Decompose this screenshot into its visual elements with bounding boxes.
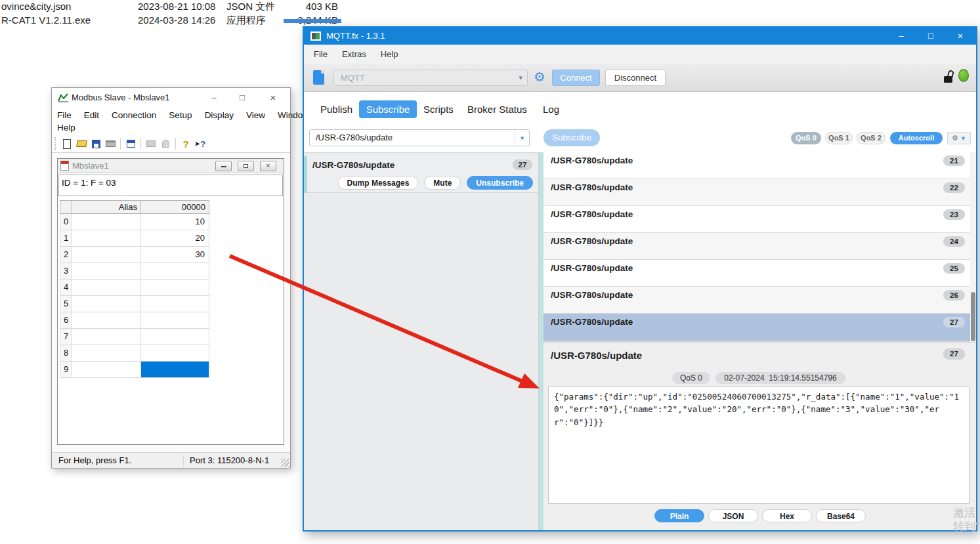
- menu-view[interactable]: View: [246, 110, 265, 120]
- menu-help[interactable]: Help: [57, 123, 75, 133]
- message-row[interactable]: /USR-G780s/update 23: [543, 206, 976, 233]
- format-json-button[interactable]: JSON: [708, 509, 758, 522]
- profile-select[interactable]: MQTT ▾: [333, 70, 528, 86]
- file-row[interactable]: ovince&city.json 2023-08-21 10:08 JSON 文…: [0, 0, 368, 12]
- mqtt-titlebar[interactable]: MQTT.fx - 1.3.1 – □ ×: [304, 28, 976, 45]
- value-cell[interactable]: [141, 329, 209, 345]
- menu-file[interactable]: File: [314, 49, 328, 59]
- help-icon[interactable]: ?: [179, 137, 192, 150]
- format-base64-button[interactable]: Base64: [816, 509, 866, 522]
- maximize-button[interactable]: □: [234, 88, 251, 108]
- menu-connection[interactable]: Connection: [112, 110, 156, 120]
- format-hex-button[interactable]: Hex: [762, 509, 812, 522]
- modbus-titlebar[interactable]: Modbus Slave - Mbslave1 – □ ×: [52, 88, 290, 108]
- connection-icon[interactable]: [159, 137, 172, 150]
- autoscroll-button[interactable]: Autoscroll: [890, 132, 943, 144]
- alias-cell[interactable]: [72, 296, 141, 312]
- dump-messages-button[interactable]: Dump Messages: [338, 176, 419, 190]
- chevron-down-icon[interactable]: ▾: [515, 130, 529, 146]
- row-number[interactable]: 1: [60, 230, 72, 247]
- row-number[interactable]: 8: [60, 345, 72, 362]
- alias-cell[interactable]: [72, 230, 141, 247]
- alias-cell[interactable]: [72, 312, 141, 329]
- message-list-scrollbar[interactable]: [970, 152, 976, 342]
- subscribe-button[interactable]: Subscribe: [543, 129, 600, 146]
- list-options-button[interactable]: ⚙ ▼: [947, 132, 971, 144]
- message-row-selected[interactable]: /USR-G780s/update 27: [543, 314, 976, 342]
- grid-header-00000[interactable]: 00000: [141, 200, 209, 214]
- value-cell[interactable]: [141, 263, 209, 280]
- subscription-item[interactable]: /USR-G780s/update 27 Dump Messages Mute …: [304, 156, 538, 193]
- qos1-button[interactable]: QoS 1: [825, 132, 853, 144]
- minimize-button[interactable]: –: [205, 88, 223, 108]
- value-cell[interactable]: [141, 280, 209, 296]
- tab-log[interactable]: Log: [543, 100, 559, 118]
- message-row[interactable]: /USR-G780s/update 25: [543, 260, 976, 287]
- display-setup-icon[interactable]: [124, 137, 137, 150]
- child-titlebar[interactable]: Mbslave1 ×: [58, 159, 284, 173]
- toolbar-grip[interactable]: [54, 137, 57, 150]
- mute-button[interactable]: Mute: [424, 176, 461, 190]
- tab-scripts[interactable]: Scripts: [423, 100, 454, 118]
- value-cell[interactable]: [141, 312, 209, 329]
- alias-cell[interactable]: [72, 329, 141, 345]
- message-row[interactable]: /USR-G780s/update 26: [543, 287, 976, 314]
- child-minimize-button[interactable]: [215, 161, 232, 171]
- format-plain-button[interactable]: Plain: [654, 509, 704, 522]
- alias-cell[interactable]: [72, 247, 141, 263]
- row-number[interactable]: 7: [60, 329, 72, 345]
- menu-setup[interactable]: Setup: [169, 110, 192, 120]
- message-row[interactable]: /USR-G780s/update 24: [543, 233, 976, 260]
- disconnect-button[interactable]: Disconnect: [605, 70, 666, 86]
- menu-display[interactable]: Display: [205, 110, 234, 120]
- value-cell[interactable]: [141, 296, 209, 312]
- tab-subscribe[interactable]: Subscribe: [359, 100, 417, 118]
- file-name[interactable]: R-CAT1 V1.2.11.exe: [1, 14, 91, 26]
- unsubscribe-button[interactable]: Unsubscribe: [467, 176, 533, 190]
- selected-value-cell[interactable]: [141, 362, 209, 378]
- minimize-button[interactable]: –: [891, 28, 911, 45]
- menu-extras[interactable]: Extras: [342, 49, 366, 59]
- file-name[interactable]: ovince&city.json: [1, 1, 71, 12]
- resize-grip[interactable]: [281, 459, 289, 467]
- tab-publish[interactable]: Publish: [320, 100, 352, 118]
- alias-cell[interactable]: [72, 263, 141, 280]
- child-restore-button[interactable]: [238, 161, 254, 171]
- alias-cell[interactable]: [72, 280, 141, 296]
- row-number[interactable]: 0: [60, 214, 72, 230]
- message-row[interactable]: /USR-G780s/update 21: [543, 152, 976, 179]
- context-help-icon[interactable]: ?: [194, 137, 207, 150]
- tab-broker-status[interactable]: Broker Status: [467, 100, 527, 118]
- chevron-down-icon[interactable]: ▾: [519, 70, 522, 85]
- row-number[interactable]: 2: [60, 247, 72, 263]
- profile-file-icon[interactable]: [313, 70, 324, 85]
- menu-help[interactable]: Help: [381, 49, 398, 59]
- message-row[interactable]: /USR-G780s/update 22: [543, 179, 976, 206]
- save-icon[interactable]: [89, 137, 102, 150]
- open-file-icon[interactable]: [75, 137, 88, 150]
- alias-cell[interactable]: [72, 362, 141, 378]
- qos2-button[interactable]: QoS 2: [857, 132, 885, 144]
- maximize-button[interactable]: □: [921, 28, 941, 45]
- value-cell[interactable]: 10: [141, 214, 209, 230]
- row-number[interactable]: 6: [60, 312, 72, 329]
- menu-file[interactable]: File: [57, 110, 72, 120]
- payload-text[interactable]: {"params":{"dir":"up","id":"025005240607…: [548, 387, 969, 504]
- child-close-button[interactable]: ×: [260, 161, 276, 171]
- scrollbar-thumb[interactable]: [971, 292, 975, 341]
- value-cell[interactable]: 20: [141, 230, 209, 247]
- new-file-icon[interactable]: [60, 137, 74, 150]
- topic-input[interactable]: /USR-G780s/update ▾: [309, 129, 530, 146]
- menu-edit[interactable]: Edit: [84, 110, 99, 120]
- settings-gear-icon[interactable]: ⚙: [534, 69, 545, 85]
- row-number[interactable]: 5: [60, 296, 72, 312]
- value-cell[interactable]: 30: [141, 247, 209, 263]
- grid-header-alias[interactable]: Alias: [72, 200, 141, 214]
- alias-cell[interactable]: [72, 214, 141, 230]
- poll-definition-icon[interactable]: [144, 137, 158, 150]
- print-icon[interactable]: [104, 137, 117, 150]
- alias-cell[interactable]: [72, 345, 141, 362]
- row-number[interactable]: 9: [60, 362, 72, 378]
- connect-button[interactable]: Connect: [552, 70, 600, 86]
- row-number[interactable]: 4: [60, 280, 72, 296]
